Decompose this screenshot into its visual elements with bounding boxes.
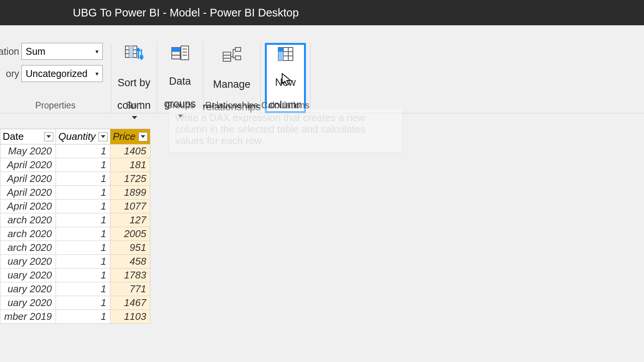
cell-date[interactable]: April 2020	[0, 186, 56, 200]
table-row[interactable]: May 202011405	[0, 144, 150, 158]
svg-rect-20	[235, 56, 241, 60]
cell-qty[interactable]: 1	[56, 144, 110, 158]
relationships-group: Manage relationships Relationships	[203, 43, 261, 113]
cell-qty[interactable]: 1	[56, 282, 110, 296]
table-row[interactable]: April 20201181	[0, 158, 150, 172]
groups-line1: Data	[169, 75, 191, 87]
svg-rect-12	[181, 46, 189, 60]
table-row[interactable]: arch 20201127	[0, 213, 150, 227]
table-row[interactable]: arch 20201951	[0, 241, 150, 255]
group-label-sort: Sort	[111, 100, 157, 111]
category-value: Uncategorized	[26, 68, 87, 79]
col-header-price[interactable]: Price	[110, 129, 150, 144]
table-row[interactable]: uary 202011783	[0, 269, 150, 282]
cell-price[interactable]: 458	[110, 255, 150, 269]
svg-rect-11	[172, 48, 180, 51]
aggregation-select[interactable]: Sum ▾	[21, 43, 103, 60]
caret-down-icon	[132, 116, 137, 119]
cell-date[interactable]: arch 2020	[0, 213, 56, 227]
cell-price[interactable]: 1899	[110, 186, 150, 200]
calc-line1: New	[275, 77, 296, 88]
cell-price[interactable]: 1405	[110, 144, 150, 158]
table-row[interactable]: uary 202011467	[0, 296, 150, 310]
data-table: Date Quantity Price M	[0, 129, 150, 324]
cell-qty[interactable]: 1	[56, 269, 110, 282]
tooltip: Write a DAX expression that creates a ne…	[169, 108, 402, 152]
cell-qty[interactable]: 1	[56, 296, 110, 310]
filter-icon[interactable]	[99, 132, 108, 141]
aggregation-label: ation	[0, 46, 19, 57]
svg-rect-16	[223, 52, 231, 61]
cell-price[interactable]: 1783	[110, 269, 150, 282]
cell-date[interactable]: uary 2020	[0, 296, 56, 310]
table-row[interactable]: uary 20201458	[0, 255, 150, 269]
aggregation-value: Sum	[26, 46, 45, 57]
table-body: May 202011405April 20201181April 2020117…	[0, 144, 150, 324]
rel-line1: Manage	[213, 79, 251, 90]
cell-qty[interactable]: 1	[56, 200, 110, 213]
svg-rect-19	[235, 48, 241, 51]
svg-rect-28	[278, 56, 283, 61]
new-column-icon	[278, 45, 293, 62]
table-row[interactable]: April 202011899	[0, 186, 150, 200]
groups-group: Data groups Groups	[157, 43, 203, 113]
filter-icon[interactable]	[44, 132, 53, 141]
cell-price[interactable]: 2005	[110, 227, 150, 241]
sort-group: Sort by column Sort	[111, 43, 157, 113]
category-label: ory	[0, 68, 19, 79]
chevron-down-icon: ▾	[95, 70, 99, 77]
svg-rect-26	[278, 48, 283, 52]
cell-date[interactable]: uary 2020	[0, 255, 56, 269]
cell-price[interactable]: 1725	[110, 172, 150, 186]
table-row[interactable]: mber 201911103	[0, 310, 150, 324]
cell-qty[interactable]: 1	[56, 227, 110, 241]
cell-price[interactable]: 1077	[110, 200, 150, 213]
category-select[interactable]: Uncategorized ▾	[21, 65, 103, 82]
group-label-properties: Properties	[0, 100, 111, 111]
col-header-quantity[interactable]: Quantity	[56, 129, 110, 144]
cell-date[interactable]: April 2020	[0, 172, 56, 186]
data-groups-icon	[171, 45, 189, 61]
cell-qty[interactable]: 1	[56, 310, 110, 324]
tooltip-text: Write a DAX expression that creates a ne…	[175, 112, 365, 146]
cell-price[interactable]: 127	[110, 213, 150, 227]
cell-date[interactable]: uary 2020	[0, 282, 56, 296]
cell-qty[interactable]: 1	[56, 213, 110, 227]
app-title: UBG To Power BI - Model - Power BI Deskt…	[73, 7, 299, 19]
price-header-text: Price	[113, 131, 135, 143]
cell-price[interactable]: 1103	[110, 310, 150, 324]
properties-group: ation Sum ▾ ory Uncategorized ▾ Properti…	[0, 43, 111, 113]
cell-qty[interactable]: 1	[56, 158, 110, 172]
cell-qty[interactable]: 1	[56, 255, 110, 269]
table-row[interactable]: arch 202012005	[0, 227, 150, 241]
cell-price[interactable]: 1467	[110, 296, 150, 310]
cell-date[interactable]: April 2020	[0, 200, 56, 213]
chevron-down-icon: ▾	[95, 48, 99, 55]
cell-qty[interactable]: 1	[56, 241, 110, 255]
cell-qty[interactable]: 1	[56, 172, 110, 186]
filter-icon[interactable]	[138, 132, 148, 141]
col-header-date[interactable]: Date	[0, 129, 56, 144]
cell-date[interactable]: arch 2020	[0, 241, 56, 255]
cell-price[interactable]: 181	[110, 158, 150, 172]
cell-date[interactable]: uary 2020	[0, 269, 56, 282]
table-row[interactable]: April 202011725	[0, 172, 150, 186]
cell-date[interactable]: April 2020	[0, 158, 56, 172]
cell-qty[interactable]: 1	[56, 186, 110, 200]
relationships-icon	[222, 45, 242, 64]
sort-line1: Sort by	[118, 77, 151, 88]
calculations-group: New column Calculations	[261, 43, 310, 113]
cell-date[interactable]: arch 2020	[0, 227, 56, 241]
date-header-text: Date	[3, 131, 24, 143]
table-row[interactable]: uary 20201771	[0, 282, 150, 296]
svg-rect-27	[278, 52, 283, 56]
table-row[interactable]: April 202011077	[0, 200, 150, 213]
cell-price[interactable]: 951	[110, 241, 150, 255]
svg-rect-5	[129, 46, 133, 57]
cell-date[interactable]: mber 2019	[0, 310, 56, 324]
title-bar: UBG To Power BI - Model - Power BI Deskt…	[0, 0, 644, 25]
cell-date[interactable]: May 2020	[0, 144, 56, 158]
sort-icon	[125, 45, 144, 63]
qty-header-text: Quantity	[58, 131, 95, 143]
cell-price[interactable]: 771	[110, 282, 150, 296]
